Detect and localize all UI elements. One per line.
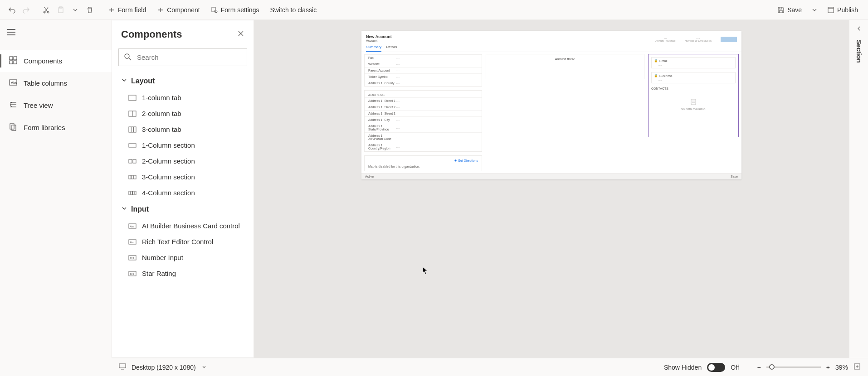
- bottom-bar: Desktop (1920 x 1080) Show Hidden Off − …: [112, 358, 868, 376]
- zoom-in-button[interactable]: +: [826, 364, 830, 371]
- item-label: Rich Text Editor Control: [142, 238, 213, 246]
- tree-view-icon: [9, 101, 17, 110]
- group-layout-header[interactable]: Layout: [118, 72, 252, 90]
- footer-status: Active: [365, 175, 374, 178]
- tab-details[interactable]: Details: [386, 43, 397, 52]
- save-label: Save: [787, 6, 802, 14]
- form-field[interactable]: Address 1: Street 3---: [365, 110, 482, 116]
- zoom-out-button[interactable]: −: [757, 364, 761, 371]
- hamburger-menu[interactable]: [4, 25, 108, 41]
- directions-icon: ◈: [454, 159, 457, 162]
- nav-components[interactable]: Components: [0, 50, 112, 72]
- publish-button[interactable]: Publish: [823, 4, 863, 16]
- nav-item-label: Table columns: [24, 79, 67, 87]
- zoom-slider[interactable]: [766, 366, 821, 368]
- form-field[interactable]: Fax---: [365, 54, 482, 61]
- contacts-title: CONTACTS: [651, 87, 736, 90]
- form-libraries-icon: [9, 123, 17, 132]
- form-field[interactable]: Address 1: Street 1---: [365, 97, 482, 104]
- svg-rect-30: [133, 191, 134, 195]
- layout-3col-section[interactable]: 3-Column section: [118, 169, 252, 185]
- form-field[interactable]: Ticker Symbol---: [365, 73, 482, 80]
- get-directions-link[interactable]: ◈Get Directions: [368, 159, 478, 162]
- no-data-placeholder: No data available.: [651, 92, 736, 117]
- property-pane-collapsed: Section: [849, 20, 868, 358]
- save-dropdown[interactable]: [808, 4, 821, 16]
- layout-2col-section[interactable]: 2-Column section: [118, 153, 252, 169]
- layout-2col-tab[interactable]: 2-column tab: [118, 106, 252, 121]
- left-nav: Components Abc Table columns Tree view F…: [0, 20, 112, 358]
- item-label: 1-Column section: [142, 141, 195, 149]
- group-title: Input: [131, 205, 149, 213]
- map-disabled-text: Map is disabled for this organization.: [368, 165, 478, 168]
- svg-text:123: 123: [130, 257, 135, 260]
- nav-tree-view[interactable]: Tree view: [0, 94, 112, 116]
- form-canvas[interactable]: New Account Account ---Annual Revenue --…: [361, 31, 741, 179]
- svg-rect-10: [14, 61, 17, 64]
- svg-rect-31: [135, 191, 136, 195]
- save-button[interactable]: Save: [773, 4, 806, 16]
- group-title: Layout: [131, 77, 155, 85]
- input-number[interactable]: 123Number Input: [118, 250, 252, 265]
- switch-classic-button[interactable]: Switch to classic: [265, 4, 321, 16]
- tab-summary[interactable]: Summary: [366, 43, 381, 52]
- delete-button[interactable]: [83, 4, 96, 16]
- svg-rect-9: [10, 61, 13, 64]
- svg-text:123: 123: [130, 273, 135, 275]
- map-section[interactable]: ◈Get Directions Map is disabled for this…: [364, 155, 482, 171]
- nav-item-label: Tree view: [24, 101, 53, 109]
- fit-to-screen-button[interactable]: [853, 363, 861, 371]
- svg-rect-19: [129, 127, 136, 132]
- components-icon: [9, 56, 17, 66]
- components-panel: Components Layout 1-column tab 2-column …: [112, 20, 254, 358]
- svg-rect-26: [132, 175, 134, 179]
- form-field[interactable]: 🔒Business---: [651, 72, 736, 83]
- nav-form-libraries[interactable]: Form libraries: [0, 116, 112, 139]
- address-title: ADDRESS: [365, 91, 482, 97]
- group-input-header[interactable]: Input: [118, 201, 252, 218]
- svg-rect-27: [134, 175, 137, 179]
- paste-button[interactable]: [54, 4, 67, 16]
- panel-close-button[interactable]: [237, 30, 244, 39]
- layout-1col-section[interactable]: 1-Column section: [118, 137, 252, 153]
- search-input[interactable]: [118, 48, 247, 66]
- show-hidden-toggle[interactable]: [707, 363, 725, 372]
- form-field[interactable]: Address 1: City---: [365, 116, 482, 123]
- zoom-value: 39%: [835, 364, 848, 371]
- form-field[interactable]: Address 1: County---: [365, 80, 482, 86]
- input-rich-text[interactable]: AbcRich Text Editor Control: [118, 234, 252, 250]
- timeline-section[interactable]: Almost there: [486, 54, 644, 79]
- add-component-button[interactable]: Component: [152, 4, 204, 16]
- form-field[interactable]: Address 1: Country/Region---: [365, 142, 482, 151]
- viewport-dropdown[interactable]: [201, 364, 207, 371]
- input-ai-builder[interactable]: AbcAI Builder Business Card control: [118, 218, 252, 234]
- layout-4col-section[interactable]: 4-Column section: [118, 185, 252, 201]
- form-field[interactable]: Address 1: Street 2---: [365, 104, 482, 110]
- form-field[interactable]: Address 1: State/Province---: [365, 123, 482, 132]
- nav-table-columns[interactable]: Abc Table columns: [0, 72, 112, 94]
- undo-button[interactable]: [5, 4, 18, 16]
- form-field[interactable]: Address 1: ZIP/Postal Code---: [365, 132, 482, 142]
- layout-3col-tab[interactable]: 3-column tab: [118, 121, 252, 137]
- add-form-field-button[interactable]: Form field: [103, 4, 151, 16]
- form-section-top[interactable]: Fax---Website---Parent Account---Ticker …: [364, 54, 482, 87]
- paste-dropdown[interactable]: [69, 4, 82, 16]
- form-field[interactable]: 🔒Email---: [651, 57, 736, 68]
- chevron-down-icon: [121, 77, 127, 85]
- expand-pane-button[interactable]: [856, 25, 862, 34]
- redo-button[interactable]: [20, 4, 33, 16]
- input-star-rating[interactable]: 123Star Rating: [118, 265, 252, 281]
- cut-button[interactable]: [40, 4, 53, 16]
- footer-save[interactable]: Save: [731, 175, 738, 178]
- form-field[interactable]: Parent Account---: [365, 67, 482, 73]
- form-entity: Account: [366, 39, 392, 42]
- selected-section[interactable]: 🔒Email---🔒Business--- CONTACTS No data a…: [648, 54, 739, 137]
- form-settings-button[interactable]: Form settings: [206, 4, 264, 16]
- form-title: New Account: [366, 34, 392, 39]
- form-field[interactable]: Website---: [365, 61, 482, 67]
- chevron-down-icon: [121, 205, 127, 213]
- layout-1col-tab[interactable]: 1-column tab: [118, 90, 252, 106]
- svg-text:Abc: Abc: [11, 81, 17, 85]
- svg-rect-43: [119, 364, 126, 368]
- form-section-address[interactable]: ADDRESS Address 1: Street 1---Address 1:…: [364, 90, 482, 152]
